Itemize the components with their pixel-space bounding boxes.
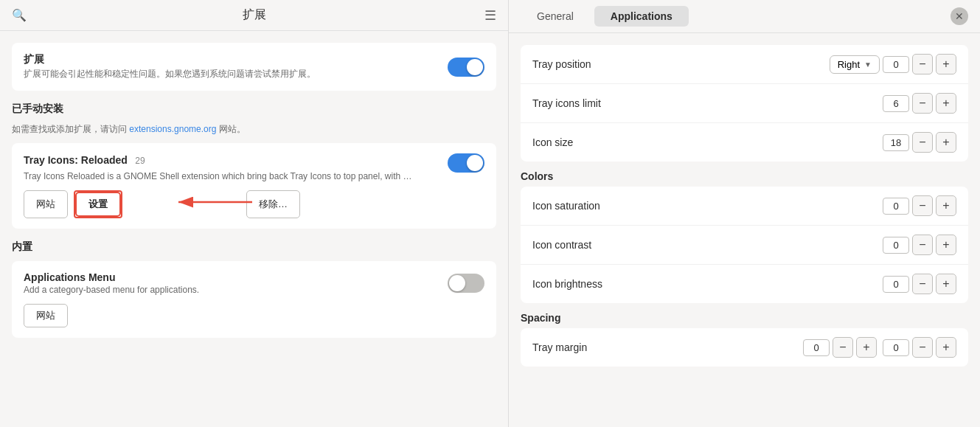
colors-settings-card: Icon saturation 0 − + Icon contrast 0 − … <box>521 187 968 303</box>
extensions-card: 扩展 扩展可能会引起性能和稳定性问题。如果您遇到系统问题请尝试禁用扩展。 <box>12 43 496 91</box>
tray-margin-row: Tray margin 0 − + 0 − + <box>521 328 968 367</box>
icon-contrast-value: 0 <box>883 237 909 254</box>
tray-card-toggle[interactable] <box>448 153 484 173</box>
icon-brightness-minus[interactable]: − <box>912 274 933 294</box>
icon-size-plus[interactable]: + <box>936 132 956 153</box>
tray-position-num-control: 0 − + <box>883 54 956 74</box>
tray-icons-card: Tray Icons: Reloaded 29 Tray Icons Reloa… <box>12 143 496 229</box>
inner-section-heading: 内置 <box>12 240 496 254</box>
icon-contrast-label: Icon contrast <box>532 239 883 251</box>
spacing-settings-card: Tray margin 0 − + 0 − + <box>521 328 968 367</box>
tray-margin-plus1[interactable]: + <box>856 337 877 358</box>
icon-brightness-label: Icon brightness <box>532 278 883 290</box>
tray-margin-label: Tray margin <box>532 341 803 353</box>
left-panel: 🔍 扩展 ☰ 扩展 扩展可能会引起性能和稳定性问题。如果您遇到系统问题请尝试禁用… <box>0 0 509 427</box>
tray-website-button[interactable]: 网站 <box>24 190 68 218</box>
manual-section-heading: 已手动安装 <box>12 103 496 116</box>
icon-contrast-minus[interactable]: − <box>912 235 933 255</box>
inner-card-desc: Add a category-based menu for applicatio… <box>24 285 199 295</box>
tray-position-label: Tray position <box>532 58 830 70</box>
tray-icons-limit-plus[interactable]: + <box>936 93 956 114</box>
menu-icon[interactable]: ☰ <box>484 7 496 24</box>
icon-brightness-row: Icon brightness 0 − + <box>521 265 968 303</box>
tab-general[interactable]: General <box>521 6 590 27</box>
tray-position-dropdown[interactable]: Right ▼ <box>830 55 880 74</box>
dropdown-chevron-icon: ▼ <box>864 60 872 69</box>
left-header: 🔍 扩展 ☰ <box>0 0 508 31</box>
inner-card-toggle[interactable] <box>448 274 484 293</box>
tray-card-title: Tray Icons: Reloaded <box>24 154 128 166</box>
tray-position-dropdown-value: Right <box>838 59 860 70</box>
colors-section-label: Colors <box>521 170 968 182</box>
icon-saturation-plus[interactable]: + <box>936 195 956 216</box>
icon-saturation-minus[interactable]: − <box>912 195 933 216</box>
tray-icons-limit-label: Tray icons limit <box>532 97 883 109</box>
right-header: General Applications ✕ <box>509 0 980 33</box>
subtext-after: 网站。 <box>219 124 246 134</box>
icon-size-value: 18 <box>883 134 909 151</box>
icon-contrast-plus[interactable]: + <box>936 235 956 255</box>
tray-position-plus[interactable]: + <box>936 54 956 74</box>
search-icon[interactable]: 🔍 <box>12 8 27 22</box>
tray-position-row: Tray position Right ▼ 0 − + <box>521 45 968 84</box>
tray-position-minus[interactable]: − <box>912 54 933 74</box>
tray-margin-minus2[interactable]: − <box>912 337 933 358</box>
icon-brightness-value: 0 <box>883 276 909 293</box>
tray-settings-button[interactable]: 设置 <box>75 192 121 217</box>
tray-card-count: 29 <box>135 156 145 166</box>
icon-contrast-row: Icon contrast 0 − + <box>521 226 968 265</box>
tray-margin-control-2: 0 − + <box>883 337 956 358</box>
extensions-toggle[interactable] <box>448 58 484 77</box>
tray-icons-limit-value: 6 <box>883 95 909 112</box>
tray-icons-limit-row: Tray icons limit 6 − + <box>521 84 968 123</box>
tray-card-buttons: 网站 设置 移除… <box>24 190 484 218</box>
icon-size-minus[interactable]: − <box>912 132 933 153</box>
right-content: Tray position Right ▼ 0 − + Tray icons l… <box>509 33 980 427</box>
tab-applications[interactable]: Applications <box>594 6 689 27</box>
icon-brightness-plus[interactable]: + <box>936 274 956 294</box>
close-button[interactable]: ✕ <box>951 7 968 25</box>
settings-button-highlight: 设置 <box>74 190 122 218</box>
subtext-before: 如需查找或添加扩展，请访问 <box>12 124 127 134</box>
icon-saturation-value: 0 <box>883 198 909 215</box>
tray-margin-value1: 0 <box>803 339 830 356</box>
ext-card-title: 扩展 <box>24 53 316 66</box>
tray-margin-value2: 0 <box>883 339 909 356</box>
main-settings-card: Tray position Right ▼ 0 − + Tray icons l… <box>521 45 968 162</box>
icon-size-row: Icon size 18 − + <box>521 123 968 162</box>
spacing-section-label: Spacing <box>521 312 968 324</box>
ext-card-desc: 扩展可能会引起性能和稳定性问题。如果您遇到系统问题请尝试禁用扩展。 <box>24 68 316 80</box>
left-content: 扩展 扩展可能会引起性能和稳定性问题。如果您遇到系统问题请尝试禁用扩展。 已手动… <box>0 31 508 427</box>
right-panel: General Applications ✕ Tray position Rig… <box>509 0 980 427</box>
tray-margin-control-1: 0 − + <box>803 337 877 358</box>
inner-website-button[interactable]: 网站 <box>24 304 68 327</box>
red-arrow <box>171 187 260 217</box>
tray-position-value: 0 <box>883 56 909 73</box>
tray-icons-limit-minus[interactable]: − <box>912 93 933 114</box>
icon-saturation-row: Icon saturation 0 − + <box>521 187 968 226</box>
inner-card-title: Applications Menu <box>24 271 199 283</box>
page-title: 扩展 <box>243 7 266 23</box>
inner-card-buttons: 网站 <box>24 304 484 327</box>
tray-margin-minus1[interactable]: − <box>833 337 853 358</box>
icon-saturation-label: Icon saturation <box>532 200 883 212</box>
tray-margin-plus2[interactable]: + <box>936 337 956 358</box>
tray-card-desc: Tray Icons Reloaded is a GNOME Shell ext… <box>24 171 484 181</box>
gnome-link[interactable]: extensions.gnome.org <box>129 124 216 134</box>
manual-section-subtext: 如需查找或添加扩展，请访问 extensions.gnome.org 网站。 <box>12 123 496 136</box>
inner-card: Applications Menu Add a category-based m… <box>12 261 496 338</box>
icon-size-label: Icon size <box>532 136 883 148</box>
